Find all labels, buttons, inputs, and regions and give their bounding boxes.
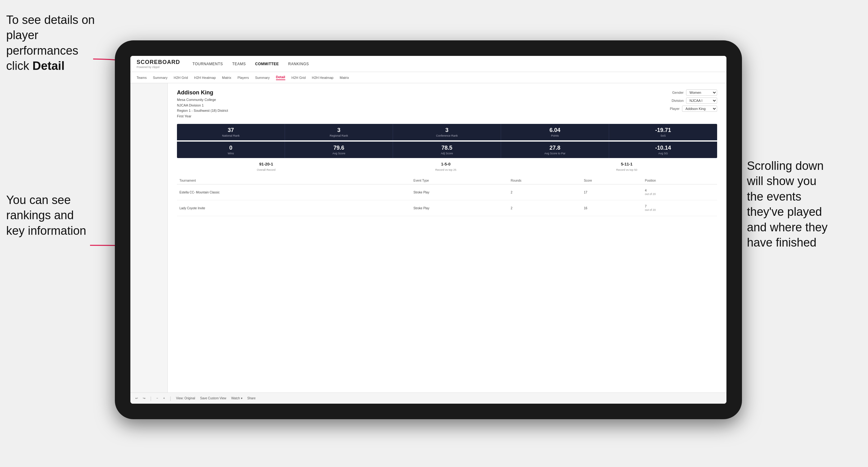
subnav-summary2[interactable]: Summary [255, 76, 270, 80]
sub-nav: Teams Summary H2H Grid H2H Heatmap Matri… [130, 72, 726, 83]
rounds-2: 2 [508, 200, 582, 216]
gender-row: Gender Women Men [672, 89, 717, 96]
stat-sos: -19.71 SoS [609, 124, 717, 141]
record-overall: 91-20-1 Overall Record [257, 162, 275, 172]
col-score: Score [582, 177, 643, 184]
player-college: Mesa Community College [177, 97, 228, 103]
bottom-toolbar: ↩ ↪ | − + | View: Original Save Custom V… [130, 393, 726, 404]
subnav-matrix2[interactable]: Matrix [340, 76, 349, 80]
col-position: Position [642, 177, 717, 184]
player-year: First Year [177, 114, 228, 119]
division-select[interactable]: NJCAA I NJCAA II [686, 97, 717, 104]
stat-points: 6.04 Points [501, 124, 609, 141]
stat-adj-score: 78.5 Adj Score [393, 142, 501, 158]
player-selectors: Gender Women Men Division NJCAA I NJCAA … [670, 89, 717, 119]
logo-area: SCOREBOARD Powered by clippd [136, 59, 180, 69]
logo-scoreboard: SCOREBOARD [136, 59, 180, 65]
subnav-summary[interactable]: Summary [153, 76, 167, 80]
annotation-right: Scrolling down will show you the events … [747, 158, 859, 250]
event-type-2: Stroke Play [411, 200, 508, 216]
logo-powered: Powered by clippd [136, 65, 180, 69]
toolbar-share[interactable]: Share [247, 397, 256, 400]
nav-links: TOURNAMENTS TEAMS COMMITTEE RANKINGS [192, 62, 309, 66]
subnav-matrix[interactable]: Matrix [222, 76, 231, 80]
stat-avg-score-par: 27.8 Avg Score to Par [501, 142, 609, 158]
tournament-name-1: Estella CC- Mountain Classic [177, 184, 388, 200]
empty-1 [388, 184, 411, 200]
player-name: Addison King [177, 89, 228, 96]
toolbar-save-custom[interactable]: Save Custom View [200, 397, 226, 400]
player-info: Addison King Mesa Community College NJCA… [177, 89, 228, 119]
nav-teams[interactable]: TEAMS [232, 62, 246, 66]
table-row: Lady Coyote Invite Stroke Play 2 16 7 ou… [177, 200, 717, 216]
subnav-h2h-grid2[interactable]: H2H Grid [291, 76, 306, 80]
tournament-table: Tournament Event Type Rounds Score Posit… [177, 177, 717, 216]
tablet-screen: SCOREBOARD Powered by clippd TOURNAMENTS… [130, 56, 726, 404]
player-row: Player Addison King [670, 105, 717, 112]
toolbar-sep2: | [170, 396, 171, 401]
col-event-type: Event Type [411, 177, 508, 184]
gender-label: Gender [672, 91, 684, 94]
subnav-detail[interactable]: Detail [276, 75, 285, 80]
nav-tournaments[interactable]: TOURNAMENTS [192, 62, 223, 66]
stat-regional-rank: 3 Regional Rank [285, 124, 393, 141]
col-tournament: Tournament [177, 177, 388, 184]
toolbar-redo[interactable]: ↪ [143, 397, 145, 400]
rounds-1: 2 [508, 184, 582, 200]
col-rounds: Rounds [508, 177, 582, 184]
nav-bar: SCOREBOARD Powered by clippd TOURNAMENTS… [130, 56, 726, 72]
player-label: Player [670, 107, 680, 111]
player-division: NJCAA Division 1 [177, 103, 228, 108]
subnav-h2h-heatmap[interactable]: H2H Heatmap [194, 76, 216, 80]
left-sidebar [130, 83, 168, 393]
position-1: 4 out of 20 [642, 184, 717, 200]
tablet-frame: SCOREBOARD Powered by clippd TOURNAMENTS… [115, 40, 742, 419]
empty-2 [388, 200, 411, 216]
col-empty [388, 177, 411, 184]
nav-rankings[interactable]: RANKINGS [288, 62, 309, 66]
nav-committee[interactable]: COMMITTEE [255, 62, 279, 66]
toolbar-view-original[interactable]: View: Original [176, 397, 195, 400]
stat-national-rank: 37 National Rank [177, 124, 285, 141]
toolbar-zoom-in[interactable]: + [163, 397, 165, 400]
subnav-h2h-heatmap2[interactable]: H2H Heatmap [312, 76, 334, 80]
tournament-name-2: Lady Coyote Invite [177, 200, 388, 216]
records-row: 91-20-1 Overall Record 1-5-0 Record vs t… [177, 162, 717, 172]
toolbar-zoom-out[interactable]: − [156, 397, 158, 400]
player-region: Region 1 - Southwest (18) District [177, 108, 228, 114]
stat-wins: 0 Wins [177, 142, 285, 158]
player-header: Addison King Mesa Community College NJCA… [177, 89, 717, 119]
subnav-players[interactable]: Players [238, 76, 249, 80]
stat-avg-score: 79.6 Avg Score [285, 142, 393, 158]
player-select[interactable]: Addison King [682, 105, 717, 112]
score-1: 17 [582, 184, 643, 200]
stat-avg-sg: -10.14 Avg SG [609, 142, 717, 158]
detail-panel: Addison King Mesa Community College NJCA… [168, 83, 726, 393]
position-2: 7 out of 20 [642, 200, 717, 216]
main-content: Addison King Mesa Community College NJCA… [130, 83, 726, 393]
stats-grid-row2: 0 Wins 79.6 Avg Score 78.5 Adj Score 27.… [177, 142, 717, 158]
toolbar-sep1: | [150, 396, 152, 401]
gender-select[interactable]: Women Men [686, 89, 717, 96]
record-top25: 1-5-0 Record vs top 25 [435, 162, 456, 172]
division-row: Division NJCAA I NJCAA II [672, 97, 717, 104]
stat-conference-rank: 3 Conference Rank [393, 124, 501, 141]
event-type-1: Stroke Play [411, 184, 508, 200]
subnav-teams[interactable]: Teams [136, 76, 147, 80]
table-row: Estella CC- Mountain Classic Stroke Play… [177, 184, 717, 200]
toolbar-undo[interactable]: ↩ [135, 397, 138, 400]
subnav-h2h-grid[interactable]: H2H Grid [174, 76, 188, 80]
division-label: Division [672, 99, 684, 102]
toolbar-watch[interactable]: Watch ▾ [231, 397, 243, 400]
score-2: 16 [582, 200, 643, 216]
record-top50: 5-11-1 Record vs top 50 [616, 162, 637, 172]
stats-grid-row1: 37 National Rank 3 Regional Rank 3 Confe… [177, 124, 717, 141]
